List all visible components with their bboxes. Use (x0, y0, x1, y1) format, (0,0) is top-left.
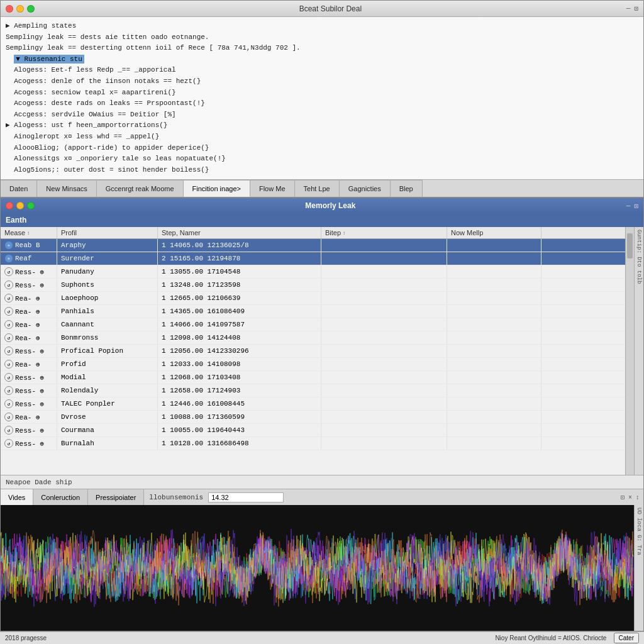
line-2: Semplingy leak == dests aie titten oado … (6, 32, 638, 43)
cell-profile: Profical Popion (57, 345, 158, 357)
top-titlebar: Bceat Subilor Deal — ⊡ (1, 1, 643, 17)
waveform-canvas (1, 505, 634, 631)
cell-bitep (321, 371, 447, 384)
minimize-button[interactable] (16, 5, 24, 13)
row-icon: ↺ (4, 439, 13, 448)
cell-id: ↺Ress- ⊕ (1, 279, 57, 291)
scrollbar-thumb[interactable] (627, 233, 633, 258)
cell-id: ↺Ress- ⊕ (1, 397, 57, 410)
close-button[interactable] (6, 5, 13, 13)
table-row[interactable]: ↺Ress- ⊕ Rolendaly 1 12658.00 17124903 (1, 384, 625, 397)
waveform-controls: ⊡ × ↕ (617, 494, 643, 501)
waveform-value-input[interactable] (208, 492, 284, 502)
cell-profile: Panhials (57, 305, 158, 318)
table-row[interactable]: ↺Rea- ⊕ Panhials 1 14365.00 161086409 (1, 305, 625, 318)
table-row[interactable]: ↺Ress- ⊕ Profical Popion 1 12056.00 1412… (1, 345, 625, 358)
tab-fincition[interactable]: Fincition inage> (184, 180, 250, 197)
bottom-resize-icon[interactable]: ⊡ (634, 202, 638, 210)
table-row[interactable]: + Reaf Surender 2 15165.00 12194878 (1, 252, 625, 265)
tab-teht-lpe[interactable]: Teht Lpe (295, 180, 340, 197)
sort-mease-icon: ↕ (27, 230, 30, 236)
cell-step-namer: 1 14365.00 161086409 (158, 305, 321, 318)
cell-bitep (321, 331, 447, 344)
table-row[interactable]: ↺Ress- ⊕ Modial 1 12068.00 17103408 (1, 371, 625, 384)
cell-profile: Modial (57, 371, 158, 384)
cell-id: + Reaf (1, 252, 57, 265)
bottom-minimize-icon[interactable]: — (626, 202, 631, 210)
cell-profile: Caannant (57, 318, 158, 331)
bottom-window-controls: — ⊡ (626, 202, 638, 210)
col-profil[interactable]: Profil (57, 227, 158, 238)
bottom-traffic-lights (6, 202, 35, 209)
cell-bitep (321, 411, 447, 423)
line-7: Acogess: secniow teapl x= aapartireni(} (6, 87, 638, 99)
tab-flow-me[interactable]: Flow Me (250, 180, 295, 197)
maximize-button[interactable] (27, 5, 35, 13)
statusbar-right: Nioy Reant Oytlhinuld = AtIOS. Chriocte … (495, 633, 639, 643)
table-row[interactable]: + Reab B Araphy 1 14065.00 12136025/8 (1, 239, 625, 252)
line-11: Ainogleropt x¤ less whd == _appel(} (6, 131, 638, 143)
cell-now-mellp (447, 411, 541, 423)
tab-pressipoiater[interactable]: Pressipoiater (88, 489, 144, 505)
table-row[interactable]: ↺Ress- ⊕ Burnalah 1 10128.00 1316686498 (1, 437, 625, 450)
cell-step-namer: 1 14066.00 141097587 (158, 318, 321, 331)
table-row[interactable]: ↺Ress- ⊕ TALEC Ponpler 1 12446.00 161008… (1, 397, 625, 411)
bottom-close-button[interactable] (6, 202, 13, 209)
top-content: ▶ Aempling states Semplingy leak == dest… (1, 17, 643, 179)
table-row[interactable]: ↺Rea- ⊕ Bonmronss 1 12098.00 14124408 (1, 331, 625, 345)
cell-step-namer: 1 12446.00 161008445 (158, 397, 321, 410)
cell-id: ↺Ress- ⊕ (1, 384, 57, 397)
bottom-minimize-button[interactable] (16, 202, 24, 209)
cell-now-mellp (447, 279, 541, 291)
row-icon: ↺ (4, 294, 13, 303)
cell-now-mellp (447, 239, 541, 252)
cell-id: ↺Ress- ⊕ (1, 424, 57, 436)
col-mease[interactable]: Mease ↕ (1, 227, 57, 238)
cell-now-mellp (447, 305, 541, 318)
table-row[interactable]: ↺Rea- ⊕ Caannant 1 14066.00 141097587 (1, 318, 625, 331)
line-3: Semplingy leak == desterting ottenn ioil… (6, 43, 638, 54)
row-icon: ↺ (4, 413, 13, 421)
line-12: AloooBliog; (apport-ride) to appider dep… (6, 143, 638, 154)
col-now-mellp[interactable]: Now Mellp (447, 227, 541, 238)
cell-now-mellp (447, 397, 541, 410)
cell-bitep (321, 345, 447, 357)
cell-step-namer: 1 14065.00 12136025/8 (158, 239, 321, 252)
tab-gagnicties[interactable]: Gagnicties (340, 180, 391, 197)
tab-daten[interactable]: Daten (1, 180, 37, 197)
col-bitep[interactable]: Bitep ↕ (321, 227, 447, 238)
table-scrollbar[interactable] (625, 227, 634, 475)
tab-vides[interactable]: Vides (1, 489, 33, 505)
minimize-icon[interactable]: — (626, 4, 631, 13)
row-icon: ↺ (4, 386, 13, 395)
top-tabs-bar: Daten New Minsacs Gccenrgt reak Moome Fi… (1, 179, 643, 197)
table-row[interactable]: ↺Rea- ⊕ Profid 1 12033.00 14108098 (1, 358, 625, 371)
table-row[interactable]: ↺Ress- ⊕ Courmana 1 10055.00 119640443 (1, 424, 625, 437)
cell-profile: Suphonts (57, 279, 158, 291)
table-body: + Reab B Araphy 1 14065.00 12136025/8 + … (1, 239, 625, 475)
row-icon: ↺ (4, 307, 13, 316)
tab-new-minsacs[interactable]: New Minsacs (37, 180, 96, 197)
cell-profile: Bonmronss (57, 331, 158, 344)
main-statusbar: 2018 pragesse Nioy Reant Oytlhinuld = At… (0, 631, 644, 644)
col-step-namer[interactable]: Step, Namer (158, 227, 321, 238)
cell-bitep (321, 305, 447, 318)
waveform-right-label: UD loca G: Tra (634, 505, 643, 631)
tab-gccenrgt[interactable]: Gccenrgt reak Moome (97, 180, 184, 197)
table-row[interactable]: ↺Ress- ⊕ Suphonts 1 13248.00 17123598 (1, 279, 625, 292)
cater-button[interactable]: Cater (614, 633, 639, 643)
cell-bitep (321, 292, 447, 304)
cell-bitep (321, 437, 447, 450)
bottom-tabs-bar: Vides Conleruction Pressipoiater llobuns… (1, 489, 643, 505)
bottom-maximize-button[interactable] (27, 202, 35, 209)
tab-blep[interactable]: Blep (391, 180, 423, 197)
bottom-section-header: Eanth (1, 213, 643, 227)
table-row[interactable]: ↺Ress- ⊕ Panudany 1 13055.00 17104548 (1, 265, 625, 279)
tab-conleruction[interactable]: Conleruction (33, 489, 88, 505)
table-row[interactable]: ↺Rea- ⊕ Laoephoop 1 12665.00 12106639 (1, 292, 625, 305)
row-icon: + (4, 241, 13, 250)
maximize-icon[interactable]: ⊡ (634, 4, 638, 13)
table-row[interactable]: ↺Rea- ⊕ Dvrose 1 10088.00 171360599 (1, 411, 625, 424)
table-container: Mease ↕ Profil Step, Namer Bitep ↕ Now M… (1, 227, 625, 475)
cell-step-namer: 1 12068.00 17103408 (158, 371, 321, 384)
